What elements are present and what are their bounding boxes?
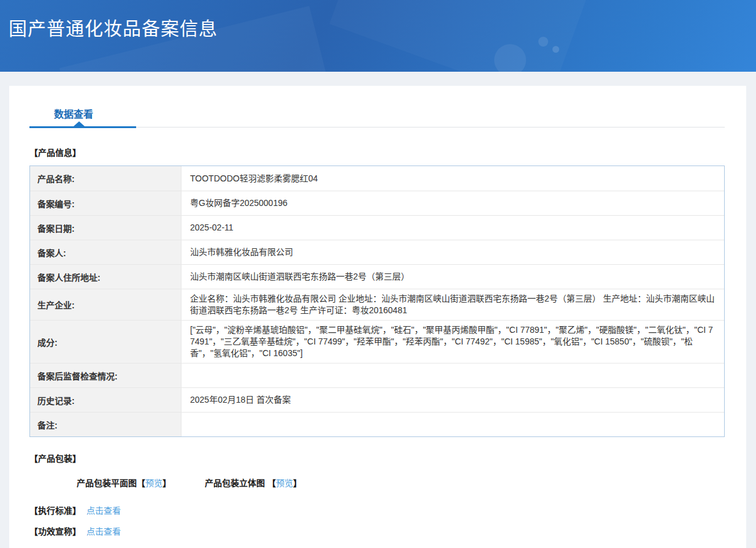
row-label: 备案编号: [30, 191, 181, 215]
content-card: 数据查看 【产品信息】 产品名称: TOOTDODO轻羽滤影柔雾腮红04 备案编… [9, 86, 746, 548]
row-label: 备注: [30, 413, 181, 436]
row-value: TOOTDODO轻羽滤影柔雾腮红04 [181, 166, 724, 191]
header-decoration-circle [552, 46, 559, 53]
row-label: 历史记录: [30, 388, 181, 412]
page-header: 国产普通化妆品备案信息 [0, 0, 756, 72]
tab-data-view-label: 数据查看 [54, 109, 93, 120]
row-value [181, 363, 724, 387]
standards-title: 【执行标准】 [29, 504, 81, 516]
row-label: 备案人住所地址: [30, 265, 181, 289]
table-row: 成分: ["云母"，"淀粉辛烯基琥珀酸铝"，"聚二甲基硅氧烷"，"硅石"，"聚甲… [30, 320, 724, 363]
row-label: 成分: [30, 321, 181, 363]
packaging-stereo-item: 产品包装立体图 【预览】 [205, 476, 302, 489]
bracket-open: 【 [267, 478, 276, 488]
page-title: 国产普通化妆品备案信息 [9, 13, 218, 40]
standards-view-link[interactable]: 点击查看 [86, 504, 121, 516]
row-value: 汕头市韩雅化妆品有限公司 [181, 240, 724, 264]
bracket-close: 】 [293, 478, 302, 488]
row-value: 2025-02-11 [181, 216, 724, 240]
table-row: 备案后监督检查情况: [30, 363, 724, 387]
packaging-stereo-label: 产品包装立体图 [205, 478, 267, 488]
header-decoration-circle [494, 44, 526, 72]
bracket-close: 】 [162, 478, 171, 488]
row-label: 生产企业: [30, 289, 181, 320]
section-title-product-info: 【产品信息】 [29, 146, 725, 158]
table-row: 备案人住所地址: 汕头市潮南区峡山街道泗联西宅东扬路一巷2号（第三层） [30, 264, 724, 289]
efficacy-title: 【功效宣称】 [29, 525, 81, 537]
packaging-flat-label: 产品包装平面图 [77, 478, 137, 488]
table-row: 生产企业: 企业名称：汕头市韩雅化妆品有限公司 企业地址：汕头市潮南区峡山街道泗… [30, 289, 724, 320]
header-decoration [329, 0, 590, 72]
row-label: 备案后监督检查情况: [30, 363, 181, 387]
packaging-row: 产品包装平面图【预览】 产品包装立体图 【预览】 [29, 476, 725, 489]
packaging-flat-preview-link[interactable]: 预览 [145, 478, 162, 488]
row-label: 备案日期: [30, 216, 181, 240]
table-row: 备案人: 汕头市韩雅化妆品有限公司 [30, 240, 724, 264]
tab-active-underline [29, 126, 136, 128]
tab-bar: 数据查看 [29, 86, 725, 127]
header-decoration-circle [538, 37, 548, 47]
efficacy-view-link[interactable]: 点击查看 [86, 525, 121, 537]
table-row: 备案编号: 粤G妆网备字2025000196 [30, 191, 724, 215]
table-row: 历史记录: 2025年02月18日 首次备案 [30, 387, 724, 412]
row-value: 汕头市潮南区峡山街道泗联西宅东扬路一巷2号（第三层） [181, 265, 724, 289]
row-value: ["云母"，"淀粉辛烯基琥珀酸铝"，"聚二甲基硅氧烷"，"硅石"，"聚甲基丙烯酸… [181, 321, 724, 363]
tab-active-indicator [74, 121, 85, 126]
bracket-open: 【 [137, 478, 145, 488]
info-table: 产品名称: TOOTDODO轻羽滤影柔雾腮红04 备案编号: 粤G妆网备字202… [29, 166, 725, 437]
section-title-packaging: 【产品包装】 [29, 452, 725, 464]
row-value: 粤G妆网备字2025000196 [181, 191, 724, 215]
table-row: 备案日期: 2025-02-11 [30, 215, 724, 240]
table-row: 产品名称: TOOTDODO轻羽滤影柔雾腮红04 [30, 166, 724, 191]
packaging-stereo-preview-link[interactable]: 预览 [276, 478, 293, 488]
standards-row: 【执行标准】 点击查看 [29, 504, 725, 516]
row-label: 产品名称: [30, 166, 181, 191]
row-value: 2025年02月18日 首次备案 [181, 388, 724, 412]
row-value [181, 413, 724, 436]
packaging-flat-item: 产品包装平面图【预览】 [77, 476, 171, 489]
tab-data-view[interactable]: 数据查看 [54, 106, 93, 121]
efficacy-row: 【功效宣称】 点击查看 [29, 525, 725, 537]
row-value: 企业名称：汕头市韩雅化妆品有限公司 企业地址：汕头市潮南区峡山街道泗联西宅东扬路… [181, 289, 724, 320]
row-label: 备案人: [30, 240, 181, 264]
table-row: 备注: [30, 412, 724, 436]
